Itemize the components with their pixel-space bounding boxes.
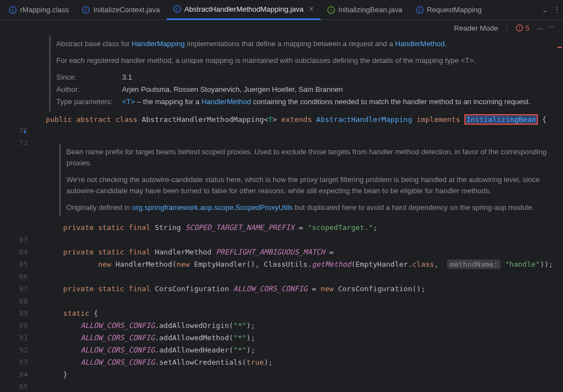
class-icon: C (82, 6, 90, 14)
field-javadoc: Bean name prefix for target beans behind… (59, 144, 563, 216)
svg-text:C: C (418, 7, 421, 12)
class-icon: C (173, 5, 181, 13)
error-icon: ! (516, 24, 523, 32)
code-line: ALLOW_CORS_CONFIG.addAllowedOrigin("*"); (38, 320, 563, 332)
nav-down-icon[interactable]: ﹀ (548, 23, 555, 33)
tab-label: AbstractHandlerMethodMapping.java (185, 5, 304, 13)
tab-file-4[interactable]: C RequestMapping (409, 0, 488, 20)
code-line: } (38, 369, 563, 381)
code-line: new HandlerMethod(new EmptyHandler(), Cl… (38, 258, 563, 271)
line-gutter: 71⬇ 72 83 84 85 86 87 88 89 90 91 92 93 … (0, 36, 38, 392)
tab-label: InitializingBean.java (338, 6, 402, 14)
nav-up-icon[interactable]: ︿ (537, 23, 545, 33)
doc-link[interactable]: HandlerMapping (132, 40, 185, 48)
doc-link[interactable]: org.springframework.aop.scope.ScopedProx… (132, 203, 293, 212)
scrollbar-minimap[interactable] (556, 36, 563, 392)
reader-mode-toggle[interactable]: Reader Mode (454, 24, 498, 32)
tab-file-2[interactable]: C AbstractHandlerMethodMapping.java × (167, 0, 321, 20)
error-count: 5 (526, 24, 530, 32)
svg-text:!: ! (519, 25, 520, 31)
svg-text:C: C (176, 7, 179, 12)
class-icon: C (416, 6, 424, 14)
code-line: ALLOW_CORS_CONFIG.setAllowCredentials(tr… (38, 356, 563, 369)
svg-text:I: I (331, 7, 332, 12)
more-icon[interactable]: ⋮ (554, 6, 561, 14)
parameter-hint: methodName: (447, 259, 501, 269)
tab-label: RequestMapping (427, 6, 482, 14)
interface-icon: I (327, 6, 335, 14)
code-line: ALLOW_CORS_CONFIG.addAllowedMethod("*"); (38, 332, 563, 344)
highlighted-interface[interactable]: InitializingBean (464, 114, 537, 125)
svg-text:C: C (85, 7, 88, 12)
code-content: Abstract base class for HandlerMapping i… (38, 36, 563, 392)
class-javadoc: Abstract base class for HandlerMapping i… (49, 36, 563, 111)
editor-tabs: C rMapping.class C InitializeContext.jav… (0, 0, 563, 20)
close-icon[interactable]: × (309, 4, 314, 13)
code-line: private static final String SCOPED_TARGE… (38, 222, 563, 234)
class-declaration: public abstract class AbstractHandlerMet… (38, 114, 563, 126)
error-indicator[interactable]: ! 5 (516, 24, 530, 32)
code-line: private static final HandlerMethod PREFL… (38, 246, 563, 258)
tab-file-1[interactable]: C InitializeContext.java (75, 0, 166, 20)
code-line: static { (38, 307, 563, 320)
chevron-down-icon[interactable]: ⌄ (542, 6, 548, 14)
tab-label: InitializeContext.java (93, 6, 159, 14)
svg-text:C: C (11, 7, 14, 12)
editor-toolbar: Reader Mode | ! 5 ︿ ﹀ (0, 20, 563, 36)
tab-label: rMapping.class (20, 6, 69, 14)
doc-link[interactable]: HandlerMethod (395, 40, 445, 48)
code-line: ALLOW_CORS_CONFIG.addAllowedHeader("*"); (38, 344, 563, 356)
tab-file-3[interactable]: I InitializingBean.java (321, 0, 409, 20)
doc-link[interactable]: HandlerMethod (201, 97, 251, 106)
override-icon[interactable]: ⬇ (22, 126, 27, 138)
code-editor[interactable]: 71⬇ 72 83 84 85 86 87 88 89 90 91 92 93 … (0, 36, 563, 392)
class-icon: C (9, 6, 17, 14)
code-line: private static final CorsConfiguration A… (38, 283, 563, 295)
tab-file-0[interactable]: C rMapping.class (2, 0, 75, 20)
